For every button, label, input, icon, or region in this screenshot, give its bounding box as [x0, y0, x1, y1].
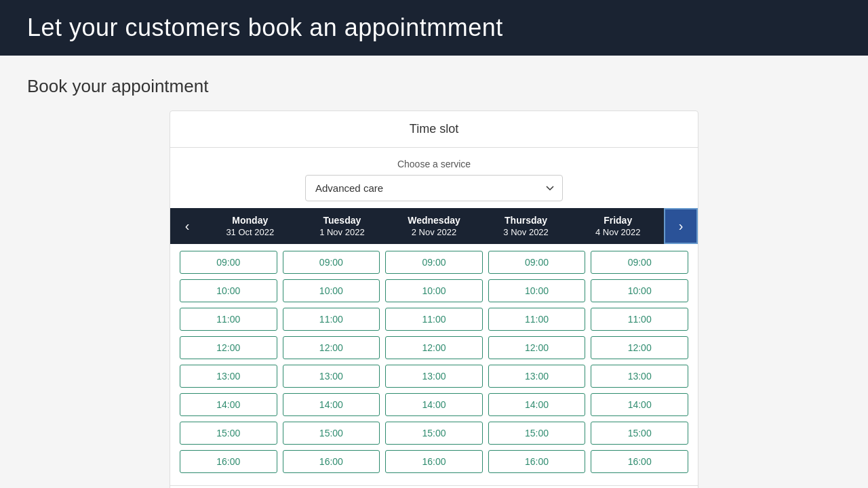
- day-date: 31 Oct 2022: [207, 227, 294, 237]
- card-header: Time slot: [170, 111, 698, 148]
- service-label: Choose a service: [184, 159, 684, 169]
- time-slot-button[interactable]: 13:00: [180, 365, 277, 388]
- time-slot-button[interactable]: 14:00: [180, 393, 277, 416]
- day-name: Wednesday: [391, 215, 477, 226]
- days-header: Monday31 Oct 2022Tuesday1 Nov 2022Wednes…: [204, 208, 664, 244]
- day-date: 4 Nov 2022: [574, 227, 661, 237]
- time-slot-button[interactable]: 15:00: [488, 422, 586, 445]
- time-slot-button[interactable]: 11:00: [180, 308, 277, 331]
- time-slot-button[interactable]: 12:00: [591, 336, 688, 359]
- time-slot-button[interactable]: 11:00: [591, 308, 688, 331]
- time-slot-button[interactable]: 10:00: [591, 279, 688, 302]
- time-slot-button[interactable]: 14:00: [591, 393, 688, 416]
- time-slot-button[interactable]: 15:00: [385, 422, 483, 445]
- day-date: 3 Nov 2022: [483, 227, 570, 237]
- time-slot-button[interactable]: 12:00: [488, 336, 586, 359]
- time-slot-button[interactable]: 13:00: [591, 365, 688, 388]
- time-slot-button[interactable]: 13:00: [488, 365, 586, 388]
- time-row: 15:0015:0015:0015:0015:00: [180, 422, 688, 445]
- time-row: 10:0010:0010:0010:0010:00: [180, 279, 688, 302]
- time-slot-button[interactable]: 09:00: [180, 251, 277, 274]
- time-slot-button[interactable]: 15:00: [283, 422, 380, 445]
- page-title: Book your appointment: [27, 76, 841, 97]
- time-row: 09:0009:0009:0009:0009:00: [180, 251, 688, 274]
- card-footer: Next: [170, 485, 698, 488]
- day-header: Tuesday1 Nov 2022: [296, 208, 389, 244]
- time-slot-button[interactable]: 14:00: [488, 393, 586, 416]
- time-slot-button[interactable]: 10:00: [385, 279, 483, 302]
- time-slot-button[interactable]: 12:00: [385, 336, 483, 359]
- day-name: Monday: [207, 215, 294, 226]
- time-slot-button[interactable]: 10:00: [283, 279, 380, 302]
- time-slot-button[interactable]: 16:00: [488, 450, 586, 473]
- calendar-nav: ‹ Monday31 Oct 2022Tuesday1 Nov 2022Wedn…: [170, 208, 698, 244]
- header-title: Let your customers book an appointmment: [27, 14, 841, 42]
- time-slot-button[interactable]: 12:00: [180, 336, 277, 359]
- time-slot-button[interactable]: 15:00: [591, 422, 688, 445]
- day-header: Wednesday2 Nov 2022: [388, 208, 480, 244]
- time-slots-grid: 09:0009:0009:0009:0009:0010:0010:0010:00…: [170, 244, 698, 485]
- day-name: Friday: [574, 215, 661, 226]
- time-slot-button[interactable]: 10:00: [180, 279, 277, 302]
- time-slot-button[interactable]: 10:00: [488, 279, 586, 302]
- day-name: Tuesday: [299, 215, 386, 226]
- time-slot-button[interactable]: 11:00: [283, 308, 380, 331]
- time-slot-button[interactable]: 16:00: [385, 450, 483, 473]
- time-slot-button[interactable]: 13:00: [385, 365, 483, 388]
- time-slot-button[interactable]: 16:00: [591, 450, 688, 473]
- time-slot-button[interactable]: 14:00: [283, 393, 380, 416]
- time-slot-button[interactable]: 09:00: [591, 251, 688, 274]
- time-slot-button[interactable]: 15:00: [180, 422, 277, 445]
- time-slot-button[interactable]: 16:00: [180, 450, 277, 473]
- next-week-button[interactable]: ›: [664, 208, 698, 244]
- service-section: Choose a service Advanced care Basic car…: [170, 148, 698, 208]
- time-row: 13:0013:0013:0013:0013:00: [180, 365, 688, 388]
- day-date: 1 Nov 2022: [299, 227, 386, 237]
- time-slot-button[interactable]: 11:00: [488, 308, 586, 331]
- time-slot-button[interactable]: 14:00: [385, 393, 483, 416]
- time-row: 11:0011:0011:0011:0011:00: [180, 308, 688, 331]
- time-row: 16:0016:0016:0016:0016:00: [180, 450, 688, 473]
- time-row: 14:0014:0014:0014:0014:00: [180, 393, 688, 416]
- page-header: Let your customers book an appointmment: [0, 0, 868, 56]
- time-slot-button[interactable]: 09:00: [283, 251, 380, 274]
- day-header: Thursday3 Nov 2022: [480, 208, 572, 244]
- day-date: 2 Nov 2022: [391, 227, 477, 237]
- time-slot-button[interactable]: 12:00: [283, 336, 380, 359]
- main-content: Book your appointment Time slot Choose a…: [0, 56, 868, 488]
- prev-week-button[interactable]: ‹: [170, 208, 204, 244]
- day-header: Friday4 Nov 2022: [572, 208, 664, 244]
- time-slot-button[interactable]: 09:00: [488, 251, 586, 274]
- booking-card: Time slot Choose a service Advanced care…: [170, 110, 698, 488]
- day-name: Thursday: [483, 215, 570, 226]
- time-slot-button[interactable]: 13:00: [283, 365, 380, 388]
- time-slot-button[interactable]: 09:00: [385, 251, 483, 274]
- service-select[interactable]: Advanced care Basic care Premium care: [305, 175, 563, 201]
- time-slot-button[interactable]: 11:00: [385, 308, 483, 331]
- time-slot-button[interactable]: 16:00: [283, 450, 380, 473]
- time-row: 12:0012:0012:0012:0012:00: [180, 336, 688, 359]
- day-header: Monday31 Oct 2022: [204, 208, 296, 244]
